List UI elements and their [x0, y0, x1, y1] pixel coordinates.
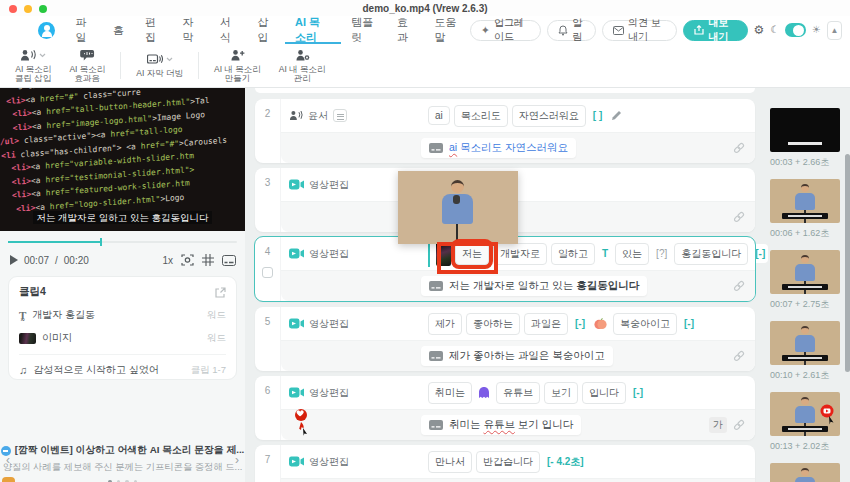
clip-thumbnail[interactable] [770, 250, 840, 294]
word-chip[interactable]: 보기 [544, 382, 578, 404]
notifications-button[interactable]: 알림 [547, 20, 596, 41]
open-clip-icon[interactable] [215, 287, 226, 298]
menu-tab-서식[interactable]: 서식 [210, 16, 248, 44]
word-chip[interactable]: 자연스러워요 [512, 105, 586, 127]
chevron-down-icon[interactable] [166, 57, 173, 62]
menu-tab-도움말[interactable]: 도움말 [424, 16, 470, 44]
word-chip[interactable]: [-] [572, 314, 588, 333]
menu-tab-삽입[interactable]: 삽입 [247, 16, 285, 44]
ribbon-button-voice-sfx[interactable]: AI 목소리효과음 [60, 44, 114, 87]
link-icon[interactable] [733, 142, 745, 154]
clip-row-6[interactable]: 6영상편집취미는유튜브보기입니다[-]취미는 유튜브 보기 입니다가 [255, 376, 755, 440]
subtitle-text-box[interactable]: 저는 개발자로 일하고 있는 홍길동입니다 [421, 276, 647, 296]
word-chip[interactable]: 좋아하는 [466, 313, 520, 335]
word-chip[interactable]: 복숭아이고 [613, 313, 677, 335]
playback-progress-bar[interactable] [8, 238, 237, 246]
export-button[interactable]: 내보내기 [683, 20, 747, 41]
subtitle-text-box[interactable]: ai 목소리도 자연스러워요 [421, 138, 576, 158]
word-chip[interactable]: 제가 [428, 313, 462, 335]
menu-tab-자막[interactable]: 자막 [172, 16, 210, 44]
chevron-down-icon[interactable] [39, 53, 46, 58]
ribbon-button-voice-insert[interactable]: AI 목소리클립 삽입 [6, 44, 60, 87]
clip-row-2[interactable]: 2윤서ai목소리도자연스러워요[ ]ai 목소리도 자연스러워요 [255, 99, 755, 163]
menu-tab-효과[interactable]: 효과 [387, 16, 425, 44]
close-window-button[interactable] [9, 5, 17, 13]
clip-checkbox[interactable] [262, 267, 273, 278]
word-chip[interactable]: 반갑습니다 [476, 451, 540, 473]
ribbon-button-person-gear[interactable]: AI 내 목소리관리 [270, 44, 335, 87]
voice-settings-icon[interactable] [333, 109, 347, 122]
word-chip[interactable]: 만나서 [428, 451, 472, 473]
purple-emoji-chip[interactable] [476, 386, 492, 399]
link-icon[interactable] [733, 350, 745, 362]
background-music-item[interactable]: ♫ 감성적으로 시작하고 싶었어 클립 1-7 [19, 354, 226, 377]
minimize-window-button[interactable] [24, 5, 32, 13]
word-chip[interactable]: [ ] [590, 106, 605, 125]
word-chip[interactable]: 개발자로 [493, 243, 547, 265]
upgrade-button[interactable]: ✦ 업그레이드 [470, 20, 542, 41]
menu-tab-홈[interactable]: 홈 [103, 16, 135, 44]
clip-thumbnail[interactable] [770, 179, 840, 223]
clip-thumbnail[interactable] [770, 108, 840, 152]
word-chip[interactable]: 저는× [455, 243, 489, 265]
edit-pencil-icon[interactable] [609, 110, 624, 121]
settings-gear-icon[interactable]: ⚙ [754, 24, 765, 36]
voice-sfx-icon [80, 49, 95, 62]
playback-speed[interactable]: 1x [162, 255, 173, 266]
word-chip[interactable]: 유튜브 [496, 382, 540, 404]
ribbon-button-subtitle-dub[interactable]: AI 자막 더빙 [127, 44, 192, 87]
word-chip[interactable]: 목소리도 [454, 105, 508, 127]
grid-icon[interactable] [202, 254, 214, 266]
clip-thumbnail[interactable] [770, 392, 840, 436]
clip-row-4[interactable]: 4영상편집저는×개발자로일하고T있는[?]홍길동입니다[-]저는 개발자로 일하… [255, 237, 755, 301]
person-plus-icon [230, 49, 245, 62]
link-icon[interactable] [733, 419, 745, 431]
collapse-ribbon-button[interactable]: ▲ [827, 21, 842, 40]
menu-tab-AI-목소리[interactable]: AI 목소리 [285, 16, 341, 44]
account-avatar[interactable] [38, 22, 55, 39]
clip-row-7[interactable]: 7영상편집만나서반갑습니다[- 4.2초] [255, 445, 755, 482]
zoom-window-button[interactable] [39, 5, 47, 13]
play-button[interactable] [10, 255, 18, 265]
link-icon[interactable] [733, 280, 745, 292]
word-chip[interactable]: [-] [681, 314, 697, 333]
progress-handle[interactable] [100, 238, 102, 246]
word-chip[interactable]: [- 4.2초] [544, 451, 587, 473]
clip-row-5[interactable]: 5영상편집제가좋아하는과일은[-]복숭아이고[-]제가 좋아하는 과일은 복숭아… [255, 307, 755, 371]
remove-word-icon[interactable]: × [483, 241, 488, 249]
theme-toggle[interactable] [785, 23, 805, 37]
clip-image-item[interactable]: 이미지 워드 [19, 331, 226, 345]
menu-tab-파일[interactable]: 파일 [65, 16, 103, 44]
subtitle-toggle-icon[interactable] [222, 255, 236, 266]
word-chip[interactable]: [-] [630, 383, 646, 402]
screenshot-icon[interactable] [181, 254, 194, 266]
word-chip[interactable]: [?] [653, 244, 670, 263]
subtitle-text-box[interactable]: 취미는 유튜브 보기 입니다 [421, 415, 581, 435]
word-image-thumb[interactable] [436, 242, 451, 266]
promo-next-arrow[interactable]: › [235, 453, 239, 467]
font-style-badge[interactable]: 가 [709, 417, 727, 433]
cc-icon [429, 420, 443, 430]
peach-emoji-chip[interactable] [592, 317, 609, 330]
promo-banner[interactable]: ‹ › [깜짝 이벤트] 이상하고 어색한 AI 목소리 문장을 제... 양질… [0, 441, 245, 482]
feedback-button[interactable]: 의견 보내기 [602, 20, 677, 41]
link-icon[interactable] [733, 211, 745, 223]
word-chip[interactable]: 일하고 [551, 243, 595, 265]
word-chip[interactable]: 홍길동입니다 [674, 243, 748, 265]
menu-tab-편집[interactable]: 편집 [135, 16, 173, 44]
word-chip[interactable]: T [599, 244, 611, 263]
partial-clip-row [255, 88, 755, 93]
ribbon-button-person-plus[interactable]: AI 내 목소리만들기 [205, 44, 270, 87]
clip-text-item[interactable]: T̰ 개발자 홍길동 워드 [19, 308, 226, 322]
clip-thumbnail[interactable] [770, 321, 840, 365]
word-chip[interactable]: 입니다 [582, 382, 626, 404]
word-chip[interactable]: 있는 [615, 243, 649, 265]
word-chip[interactable]: [-] [752, 244, 768, 263]
word-chip[interactable]: ai [428, 106, 450, 125]
subtitle-text-box[interactable]: 제가 좋아하는 과일은 복숭아이고 [421, 346, 613, 366]
word-chip[interactable]: 취미는 [428, 382, 472, 404]
word-chip[interactable]: 과일은 [524, 313, 568, 335]
clip-thumbnail[interactable] [770, 463, 840, 482]
vertical-scrollbar[interactable] [845, 154, 850, 372]
menu-tab-템플릿[interactable]: 템플릿 [341, 16, 387, 44]
